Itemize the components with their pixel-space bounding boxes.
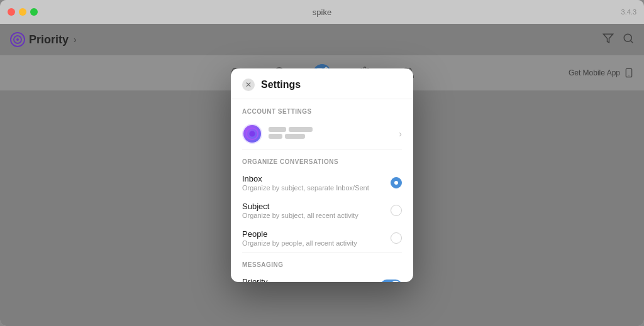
account-email-block2 [285,134,305,139]
subject-subtitle: Organize by subject, all recent activity [242,212,384,219]
spike-logo-avatar-icon [245,127,259,141]
settings-modal: ✕ Settings ACCOUNT SETTINGS [231,68,413,282]
minimize-button[interactable] [19,8,26,16]
svg-point-6 [249,131,255,136]
account-settings-label: ACCOUNT SETTINGS [231,99,413,119]
subject-radio[interactable] [391,205,402,216]
subject-radio-button[interactable] [391,205,402,216]
account-email-dots [269,134,399,139]
traffic-lights [8,8,38,16]
messaging-label: MESSAGING [231,253,413,272]
modal-header: ✕ Settings [231,68,413,99]
account-name-block1 [269,127,286,132]
inbox-radio-button[interactable] [391,177,402,188]
people-radio[interactable] [391,232,402,244]
account-name-block2 [289,127,313,132]
account-name-dots [269,127,399,132]
account-avatar [242,124,262,144]
people-radio-button[interactable] [391,232,402,244]
priority-messaging-content: Priority Separate Strangers to Other fee… [242,277,374,282]
subject-title: Subject [242,202,384,211]
people-row-content: People Organize by people, all recent ac… [242,229,384,247]
titlebar: spike 3.4.3 [0,0,644,24]
people-row[interactable]: People Organize by people, all recent ac… [231,224,413,252]
subject-row-content: Subject Organize by subject, all recent … [242,202,384,219]
modal-close-button[interactable]: ✕ [242,79,255,91]
modal-overlay[interactable]: ✕ Settings ACCOUNT SETTINGS [0,24,644,326]
close-button[interactable] [8,8,15,16]
account-row[interactable]: › [231,119,413,149]
account-chevron-icon: › [399,129,402,139]
inbox-subtitle: Organize by subject, separate Inbox/Sent [242,184,384,192]
modal-title: Settings [261,79,301,90]
inbox-title: Inbox [242,174,384,183]
priority-messaging-row[interactable]: Priority Separate Strangers to Other fee… [231,272,413,282]
priority-toggle[interactable] [380,280,402,282]
priority-messaging-title: Priority [242,277,374,282]
maximize-button[interactable] [30,8,38,16]
window-title: spike [313,8,331,17]
people-subtitle: Organize by people, all recent activity [242,239,384,247]
subject-row[interactable]: Subject Organize by subject, all recent … [231,197,413,224]
main-content: Priority › [0,24,644,326]
people-title: People [242,229,384,239]
inbox-radio[interactable] [391,177,402,188]
inbox-row[interactable]: Inbox Organize by subject, separate Inbo… [231,169,413,197]
app-window: spike 3.4.3 Priority › [0,0,644,326]
priority-toggle-action[interactable] [380,280,402,282]
account-email-block1 [269,134,282,139]
account-info [269,127,399,141]
modal-body: ACCOUNT SETTINGS [231,99,413,282]
organize-conversations-label: ORGANIZE CONVERSATIONS [231,149,413,169]
inbox-row-content: Inbox Organize by subject, separate Inbo… [242,174,384,192]
version-badge: 3.4.3 [621,8,636,16]
